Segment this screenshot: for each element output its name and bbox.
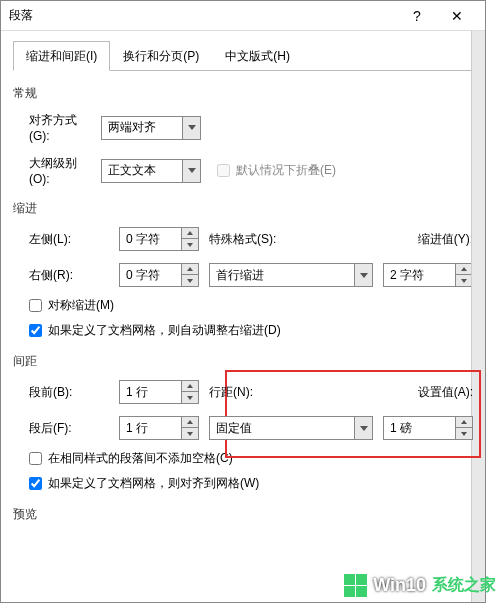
alignment-value: 两端对齐 [102, 119, 182, 136]
section-preview-title: 预览 [13, 506, 473, 523]
spinner-up-icon[interactable] [456, 264, 472, 275]
tab-asian[interactable]: 中文版式(H) [212, 41, 303, 70]
chevron-down-icon[interactable] [354, 417, 372, 439]
alignment-combo[interactable]: 两端对齐 [101, 116, 201, 140]
chevron-down-icon[interactable] [182, 160, 200, 182]
autoadjust-checkbox[interactable] [29, 324, 42, 337]
spinner-up-icon[interactable] [182, 264, 198, 275]
spinner-down-icon[interactable] [182, 275, 198, 286]
spinner-down-icon[interactable] [182, 239, 198, 250]
indent-left-spinner[interactable]: 0 字符 [119, 227, 199, 251]
indent-left-label: 左侧(L): [29, 231, 109, 248]
section-general-title: 常规 [13, 85, 473, 102]
chevron-down-icon[interactable] [354, 264, 372, 286]
spinner-down-icon[interactable] [456, 275, 472, 286]
spinner-up-icon[interactable] [182, 417, 198, 428]
autoadjust-label: 如果定义了文档网格，则自动调整右缩进(D) [48, 322, 281, 339]
indent-by-label: 缩进值(Y): [383, 231, 473, 248]
spacing-at-label: 设置值(A): [383, 384, 473, 401]
spinner-up-icon[interactable] [182, 381, 198, 392]
watermark-brand: Win10 [373, 575, 426, 596]
outline-combo[interactable]: 正文文本 [101, 159, 201, 183]
collapse-checkbox [217, 164, 230, 177]
spinner-down-icon[interactable] [182, 428, 198, 439]
outline-label: 大纲级别(O): [13, 155, 93, 186]
spacing-after-spinner[interactable]: 1 行 [119, 416, 199, 440]
mirror-indent-label: 对称缩进(M) [48, 297, 114, 314]
indent-by-spinner[interactable]: 2 字符 [383, 263, 473, 287]
spinner-up-icon[interactable] [182, 228, 198, 239]
snapgrid-checkbox[interactable] [29, 477, 42, 490]
watermark-site: 系统之家 [432, 575, 496, 596]
watermark: Win10 系统之家 [344, 574, 496, 597]
snapgrid-label: 如果定义了文档网格，则对齐到网格(W) [48, 475, 259, 492]
chevron-down-icon[interactable] [182, 117, 200, 139]
spinner-down-icon[interactable] [456, 428, 472, 439]
dialog-content: 缩进和间距(I) 换行和分页(P) 中文版式(H) 常规 对齐方式(G): 两端… [1, 31, 485, 602]
spacing-at-spinner[interactable]: 1 磅 [383, 416, 473, 440]
tab-indent-spacing[interactable]: 缩进和间距(I) [13, 41, 110, 71]
section-indent-title: 缩进 [13, 200, 473, 217]
dialog-title: 段落 [9, 7, 397, 24]
spinner-up-icon[interactable] [456, 417, 472, 428]
mirror-indent-checkbox[interactable] [29, 299, 42, 312]
close-button[interactable]: ✕ [437, 1, 477, 31]
indent-special-label: 特殊格式(S): [209, 231, 373, 248]
help-button[interactable]: ? [397, 1, 437, 31]
linespacing-label: 行距(N): [209, 384, 373, 401]
outline-value: 正文文本 [102, 162, 182, 179]
spacing-after-label: 段后(F): [29, 420, 109, 437]
paragraph-dialog: 段落 ? ✕ 缩进和间距(I) 换行和分页(P) 中文版式(H) 常规 对齐方式… [0, 0, 486, 603]
noaddspace-checkbox[interactable] [29, 452, 42, 465]
alignment-label: 对齐方式(G): [13, 112, 93, 143]
noaddspace-label: 在相同样式的段落间不添加空格(C) [48, 450, 233, 467]
collapse-label: 默认情况下折叠(E) [236, 162, 336, 179]
linespacing-combo[interactable]: 固定值 [209, 416, 373, 440]
spinner-down-icon[interactable] [182, 392, 198, 403]
section-spacing-title: 间距 [13, 353, 473, 370]
spacing-before-spinner[interactable]: 1 行 [119, 380, 199, 404]
titlebar: 段落 ? ✕ [1, 1, 485, 31]
indent-special-combo[interactable]: 首行缩进 [209, 263, 373, 287]
tab-line-page[interactable]: 换行和分页(P) [110, 41, 212, 70]
windows-logo-icon [344, 574, 367, 597]
tab-bar: 缩进和间距(I) 换行和分页(P) 中文版式(H) [13, 41, 473, 71]
scrollbar-track[interactable] [471, 31, 485, 602]
indent-right-label: 右侧(R): [29, 267, 109, 284]
spacing-before-label: 段前(B): [29, 384, 109, 401]
indent-right-spinner[interactable]: 0 字符 [119, 263, 199, 287]
